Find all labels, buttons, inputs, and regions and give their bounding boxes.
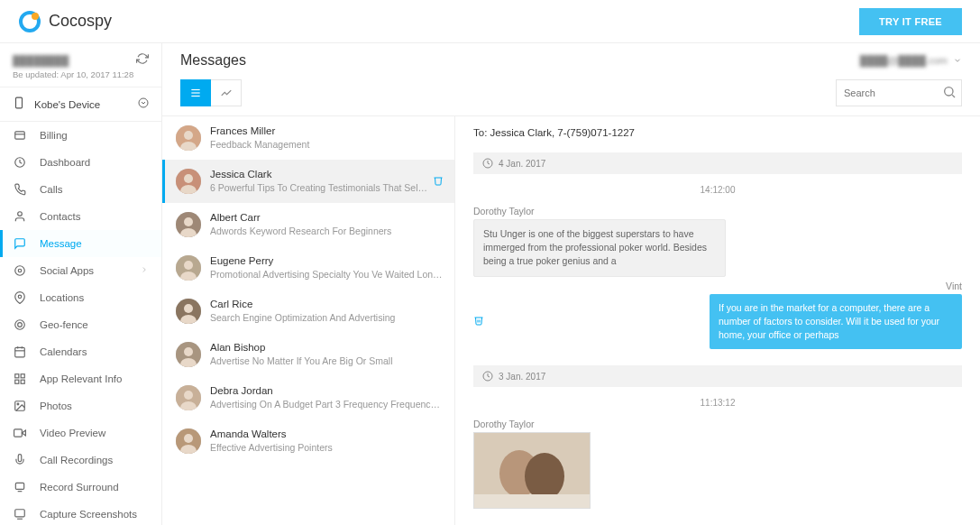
sidebar-item-photos[interactable]: Photos (0, 392, 161, 419)
svg-point-65 (525, 453, 564, 500)
conversation-preview: Search Engine Optimization And Advertisi… (210, 312, 444, 323)
sidebar-item-geo-fence[interactable]: Geo-fence (0, 311, 161, 338)
sidebar-item-video-preview[interactable]: Video Preview (0, 419, 161, 447)
try-free-button[interactable]: TRY IT FREE (859, 8, 962, 35)
svg-point-22 (17, 403, 19, 405)
nav-label: Capture Screenshots (40, 509, 137, 520)
conversation-item[interactable]: Jessica Clark6 Powerful Tips To Creating… (162, 160, 454, 203)
svg-point-38 (184, 131, 193, 140)
sidebar-item-dashboard[interactable]: Dashboard (0, 149, 161, 176)
nav-icon (13, 373, 27, 385)
delete-conversation-icon[interactable] (433, 175, 444, 189)
sidebar-item-record-surround[interactable]: Record Surround (0, 474, 161, 501)
sender-label: Dorothy Taylor (473, 206, 962, 216)
svg-rect-2 (16, 97, 23, 108)
svg-rect-4 (15, 132, 25, 139)
nav-icon (13, 508, 27, 520)
svg-point-10 (18, 295, 22, 299)
message-bubble-outgoing: If you are in the market for a computer,… (710, 294, 962, 350)
nav-icon (13, 156, 27, 169)
chat-to-line: To: Jessica Clark, 7-(759)071-1227 (473, 116, 962, 149)
conversation-item[interactable]: Alan BishopAdvertise No Matter If You Ar… (162, 333, 454, 376)
delete-message-icon[interactable] (473, 315, 484, 328)
conversation-name: Amanda Walters (210, 428, 444, 439)
search-icon[interactable] (942, 85, 957, 102)
svg-point-8 (15, 266, 25, 276)
svg-point-9 (18, 269, 22, 272)
device-name: Kobe's Device (34, 99, 138, 110)
svg-rect-17 (15, 374, 19, 378)
svg-point-47 (184, 261, 193, 270)
sidebar-item-social-apps[interactable]: Social Apps (0, 257, 161, 284)
conversation-item[interactable]: Albert CarrAdwords Keyword Research For … (162, 203, 454, 246)
nav-label: Locations (40, 292, 84, 303)
conversation-name: Eugene Perry (210, 255, 444, 266)
sidebar-item-calls[interactable]: Calls (0, 176, 161, 203)
svg-point-59 (184, 434, 193, 443)
time-label: 14:12:00 (473, 178, 962, 202)
sidebar-item-call-recordings[interactable]: Call Recordings (0, 447, 161, 474)
conversation-item[interactable]: Debra JordanAdvertising On A Budget Part… (162, 376, 454, 419)
conversation-preview: Adwords Keyword Research For Beginners (210, 226, 444, 236)
chevron-down-icon (138, 97, 149, 111)
conversation-item[interactable]: Frances MillerFeedback Management (162, 116, 454, 160)
sidebar-item-message[interactable]: Message (0, 230, 161, 257)
sidebar-item-billing[interactable]: Billing (0, 122, 161, 149)
svg-rect-27 (15, 510, 25, 517)
nav-label: Dashboard (40, 157, 90, 168)
clock-icon (482, 371, 493, 382)
account-name-blurred: ████████ (13, 55, 69, 66)
nav-label: Record Surround (40, 482, 119, 493)
refresh-icon[interactable] (136, 52, 149, 68)
svg-point-12 (18, 323, 23, 327)
avatar (176, 299, 201, 324)
nav-icon (13, 454, 27, 466)
brand-logo[interactable]: Cocospy (18, 10, 112, 33)
list-view-button[interactable] (180, 79, 211, 106)
conversation-preview: Advertise No Matter If You Are Big Or Sm… (210, 355, 444, 366)
nav-label: Contacts (40, 211, 80, 222)
conversation-item[interactable]: Eugene PerryPromotional Advertising Spec… (162, 246, 454, 290)
svg-point-50 (184, 304, 193, 313)
nav-icon (13, 400, 27, 412)
svg-marker-23 (22, 430, 25, 436)
cocospy-logo-icon (18, 10, 41, 33)
nav-icon (13, 129, 27, 142)
svg-point-53 (184, 347, 193, 356)
sidebar-item-app-relevant-info[interactable]: App Relevant Info (0, 365, 161, 392)
sidebar-item-calendars[interactable]: Calendars (0, 338, 161, 365)
account-email[interactable]: ████@████.com (860, 55, 962, 66)
conversation-name: Debra Jordan (210, 385, 444, 396)
avatar (176, 255, 201, 281)
chat-panel: To: Jessica Clark, 7-(759)071-1227 4 Jan… (455, 116, 980, 525)
svg-point-41 (184, 174, 193, 183)
brand-name: Cocospy (49, 12, 112, 31)
conversation-preview: Advertising On A Budget Part 3 Frequency… (210, 399, 444, 410)
image-message[interactable] (473, 432, 591, 509)
nav-label: App Relevant Info (40, 373, 122, 384)
nav-icon (13, 183, 27, 196)
list-icon (189, 87, 202, 99)
sidebar-item-contacts[interactable]: Contacts (0, 203, 161, 230)
chart-view-button[interactable] (211, 79, 242, 106)
nav-label: Calendars (40, 346, 87, 357)
sidebar: ████████ Be updated: Apr 10, 2017 11:28 … (0, 43, 162, 525)
sender-label: Dorothy Taylor (473, 419, 962, 429)
nav-icon (13, 318, 27, 331)
avatar (176, 169, 201, 194)
conversation-name: Alan Bishop (210, 342, 444, 353)
date-separator: 3 Jan. 2017 (473, 365, 962, 387)
conversation-preview: 6 Powerful Tips To Creating Testimonials… (210, 182, 429, 193)
sidebar-item-locations[interactable]: Locations (0, 284, 161, 311)
sidebar-nav: BillingDashboardCallsContactsMessageSoci… (0, 122, 161, 525)
conversation-item[interactable]: Carl RiceSearch Engine Optimization And … (162, 290, 454, 333)
page-title: Messages (180, 52, 246, 69)
nav-label: Social Apps (40, 265, 94, 276)
nav-label: Video Preview (40, 428, 105, 438)
sidebar-item-capture-screenshots[interactable]: Capture Screenshots (0, 501, 161, 525)
device-selector[interactable]: Kobe's Device (0, 87, 161, 122)
nav-label: Message (40, 238, 82, 249)
svg-point-11 (15, 320, 25, 330)
conversation-item[interactable]: Amanda WaltersEffective Advertising Poin… (162, 419, 454, 463)
nav-label: Photos (40, 401, 72, 411)
